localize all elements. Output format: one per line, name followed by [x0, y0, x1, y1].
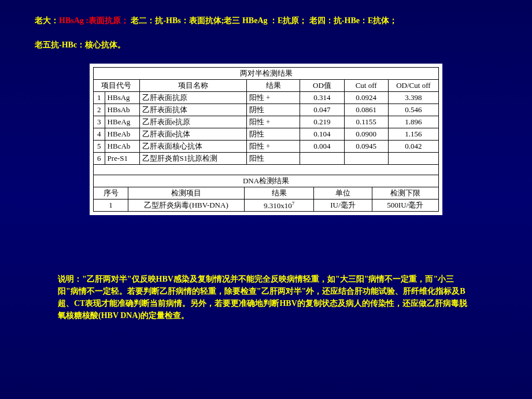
cell-ratio: 3.398 — [388, 91, 438, 104]
cell-num: 5 — [94, 140, 105, 152]
cell-cutoff: 0.0900 — [344, 128, 388, 140]
result-exp: 7 — [292, 201, 295, 206]
table-row: 2 HBsAb 乙肝表面抗体 阴性 0.047 0.0861 0.546 — [94, 104, 439, 116]
item1-code: HBsAg :表面抗原 — [59, 16, 121, 25]
table2-title: DNA检测结果 — [94, 175, 439, 187]
cell-num: 6 — [94, 152, 105, 164]
cell-ratio: 0.546 — [388, 104, 438, 116]
cell-od: 0.219 — [300, 116, 344, 128]
table-row: 1 HBsAg 乙肝表面抗原 阳性 + 0.314 0.0924 3.398 — [94, 91, 439, 104]
th-od: OD值 — [300, 79, 344, 91]
cell-code: HBeAb — [105, 128, 139, 140]
th-seq: 序号 — [94, 187, 128, 200]
cell-code: HBcAb — [105, 140, 139, 152]
cell-result: 阴性 — [246, 128, 300, 140]
cell-name: 乙肝表面e抗体 — [139, 128, 246, 140]
two-half-table: 两对半检测结果 项目代号 项目名称 结果 OD值 Cut off OD/Cut … — [93, 67, 439, 175]
cell-num: 1 — [94, 91, 105, 104]
item4: 老四：抗-HBe：E抗体； — [307, 16, 397, 25]
th-name: 项目名称 — [139, 79, 246, 91]
cell-od: 0.314 — [300, 91, 344, 104]
cell-limit: 500IU/毫升 — [372, 200, 438, 212]
cell-code: HBsAb — [105, 104, 139, 116]
cell-num: 3 — [94, 116, 105, 128]
th-item: 检测项目 — [128, 187, 245, 200]
cell-result: 阴性 — [246, 104, 300, 116]
cell-code: HBsAg — [105, 91, 139, 104]
th-code: 项目代号 — [94, 79, 140, 91]
cell-od: 0.104 — [300, 128, 344, 140]
cell-result: 阳性 + — [246, 116, 300, 128]
header-line-2: 老五抗-HBc：核心抗体。 — [35, 39, 497, 51]
cell-result: 阳性 + — [246, 91, 300, 104]
cell-num: 2 — [94, 104, 105, 116]
table-row: 5 HBcAb 乙肝表面核心抗体 阳性 + 0.004 0.0945 0.042 — [94, 140, 439, 152]
header-line-1: 老大：HBsAg :表面抗原； 老二：抗-HBs：表面抗体;老三 HBeAg ：… — [35, 14, 497, 27]
dna-table: DNA检测结果 序号 检测项目 结果 单位 检测下限 1 乙型肝炎病毒(HBV-… — [93, 175, 439, 212]
cell-name: 乙肝表面抗体 — [139, 104, 246, 116]
cell-seq: 1 — [94, 200, 128, 212]
table1-title: 两对半检测结果 — [94, 67, 439, 79]
table1-title-row: 两对半检测结果 — [94, 67, 439, 79]
cell-name: 乙型肝炎前S1抗原检测 — [139, 152, 246, 164]
cell-cutoff: 0.1155 — [344, 116, 388, 128]
cell-ratio: 1.156 — [388, 128, 438, 140]
cell-name: 乙肝表面抗原 — [139, 91, 246, 104]
item1-label: 老大： — [35, 16, 59, 25]
th-ratio: OD/Cut off — [388, 79, 438, 91]
cell-name: 乙肝表面e抗原 — [139, 116, 246, 128]
th-result: 结果 — [246, 79, 300, 91]
cell-code: HBeAg — [105, 116, 139, 128]
item1-sep: ； — [121, 16, 129, 25]
spacer-row — [94, 164, 439, 175]
cell-od: 0.047 — [300, 104, 344, 116]
cell-unit: IU/毫升 — [314, 200, 372, 212]
table2-title-row: DNA检测结果 — [94, 175, 439, 187]
item3: 老三 HBeAg ：E抗原； — [224, 16, 307, 25]
cell-result: 9.310x107 — [244, 200, 313, 212]
cell-cutoff: 0.0945 — [344, 140, 388, 152]
cell-ratio — [388, 152, 438, 164]
table2-data-row: 1 乙型肝炎病毒(HBV-DNA) 9.310x107 IU/毫升 500IU/… — [94, 200, 439, 212]
cell-ratio: 0.042 — [388, 140, 438, 152]
item2: 老二：抗-HBs：表面抗体; — [129, 16, 224, 25]
table-row: 4 HBeAb 乙肝表面e抗体 阴性 0.104 0.0900 1.156 — [94, 128, 439, 140]
cell-od — [300, 152, 344, 164]
th-cutoff: Cut off — [344, 79, 388, 91]
th-result: 结果 — [244, 187, 313, 200]
table1-header-row: 项目代号 项目名称 结果 OD值 Cut off OD/Cut off — [94, 79, 439, 91]
cell-num: 4 — [94, 128, 105, 140]
cell-cutoff: 0.0924 — [344, 91, 388, 104]
cell-cutoff — [344, 152, 388, 164]
cell-name: 乙肝表面核心抗体 — [139, 140, 246, 152]
result-base: 9.310x10 — [264, 201, 292, 210]
table2-header-row: 序号 检测项目 结果 单位 检测下限 — [94, 187, 439, 200]
cell-ratio: 1.896 — [388, 116, 438, 128]
report-container: 两对半检测结果 项目代号 项目名称 结果 OD值 Cut off OD/Cut … — [90, 64, 442, 216]
explanation-text: 说明："乙肝两对半"仅反映HBV感染及复制情况并不能完全反映病情轻重，如"大三阳… — [0, 215, 532, 322]
cell-code: Pre-S1 — [105, 152, 139, 164]
cell-od: 0.004 — [300, 140, 344, 152]
cell-result: 阳性 — [246, 152, 300, 164]
table-row: 3 HBeAg 乙肝表面e抗原 阳性 + 0.219 0.1155 1.896 — [94, 116, 439, 128]
cell-result: 阳性 + — [246, 140, 300, 152]
th-unit: 单位 — [314, 187, 372, 200]
th-limit: 检测下限 — [372, 187, 438, 200]
header-section: 老大：HBsAg :表面抗原； 老二：抗-HBs：表面抗体;老三 HBeAg ：… — [0, 0, 532, 52]
cell-cutoff: 0.0861 — [344, 104, 388, 116]
table-row: 6 Pre-S1 乙型肝炎前S1抗原检测 阳性 — [94, 152, 439, 164]
cell-item: 乙型肝炎病毒(HBV-DNA) — [128, 200, 245, 212]
